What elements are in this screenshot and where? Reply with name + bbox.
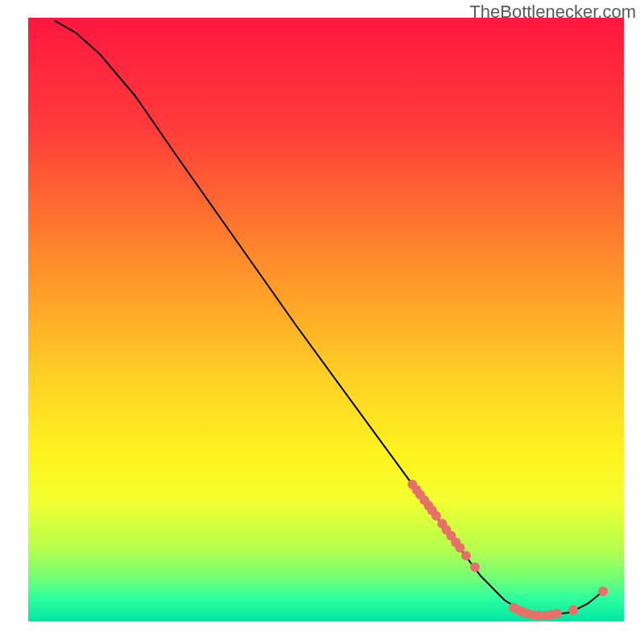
- data-marker: [431, 511, 441, 521]
- watermark-label: TheBottlenecker.com: [469, 2, 636, 23]
- data-marker: [456, 543, 465, 553]
- plot-background: [28, 18, 624, 621]
- chart-container: TheBottlenecker.com: [0, 0, 644, 644]
- data-marker: [568, 605, 578, 615]
- data-marker: [598, 587, 608, 597]
- data-marker: [470, 563, 480, 572]
- data-marker: [552, 609, 562, 618]
- chart-svg: [0, 0, 644, 644]
- data-marker: [461, 551, 471, 560]
